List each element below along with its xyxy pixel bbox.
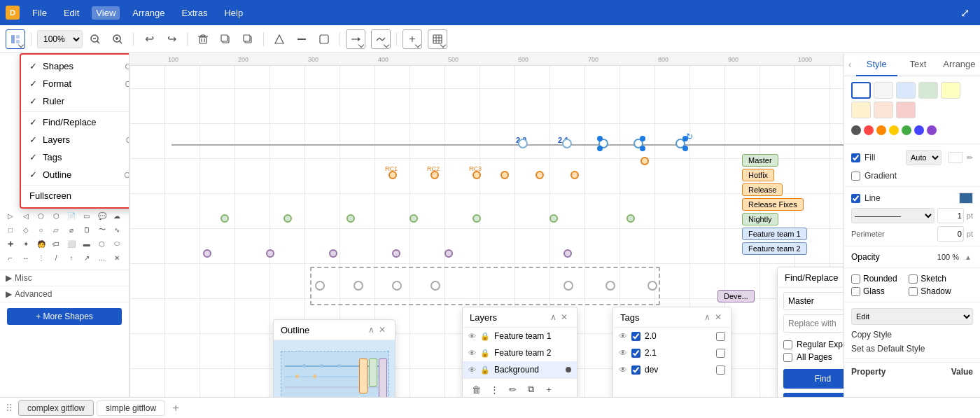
zoom-select[interactable]: 100% 75% 150% bbox=[37, 30, 83, 48]
tab-text[interactable]: Text bbox=[897, 53, 939, 76]
line-checkbox[interactable] bbox=[851, 194, 860, 203]
layer-lock-2[interactable]: 🔒 bbox=[480, 349, 490, 358]
rounded-checkbox[interactable] bbox=[851, 274, 860, 284]
menu-file[interactable]: File bbox=[28, 6, 51, 20]
shape-note[interactable]: 🗒 bbox=[80, 223, 93, 236]
replace-button[interactable]: Replace bbox=[783, 393, 844, 397]
opacity-increment[interactable]: ▲ bbox=[963, 252, 973, 262]
shape-doc[interactable]: 📄 bbox=[65, 209, 78, 222]
zoom-in-button[interactable] bbox=[108, 29, 127, 49]
outline-panel-header[interactable]: Outline ∧ ✕ bbox=[274, 320, 395, 340]
shape-wave[interactable]: 〜 bbox=[96, 223, 108, 236]
layers-copy-btn[interactable]: ⧉ bbox=[523, 382, 538, 397]
edit-select[interactable]: Edit bbox=[851, 308, 973, 325]
shape-cross[interactable]: ✕ bbox=[111, 251, 123, 264]
swatch-lightblue[interactable] bbox=[896, 82, 916, 99]
view-menu-outline[interactable]: ✓ Outline Cmd+Shift+O bbox=[21, 166, 130, 183]
fill-type-select[interactable]: Auto Solid bbox=[906, 150, 941, 165]
shape-rect[interactable]: □ bbox=[4, 223, 17, 236]
tag-extra-check-1[interactable] bbox=[716, 332, 725, 341]
shape-measure[interactable]: ↔ bbox=[20, 251, 32, 264]
tag-extra-check-3[interactable] bbox=[716, 365, 725, 375]
fr-allpages-check[interactable] bbox=[783, 353, 792, 362]
cswatch-green[interactable] bbox=[902, 125, 911, 135]
tag-eye-2[interactable]: 👁 bbox=[619, 348, 627, 358]
cswatch-yellow[interactable] bbox=[889, 125, 899, 135]
canvas-area[interactable]: 100 200 300 400 500 600 700 800 900 1000… bbox=[130, 53, 844, 397]
shape-star[interactable]: ✦ bbox=[20, 237, 32, 250]
redo-button[interactable]: ↪ bbox=[162, 29, 181, 49]
tab-style[interactable]: Style bbox=[856, 53, 897, 76]
shape-oval[interactable]: ⬭ bbox=[111, 237, 123, 250]
menu-edit[interactable]: Edit bbox=[59, 6, 83, 20]
shape-plus[interactable]: ✚ bbox=[4, 237, 17, 250]
undo-button[interactable]: ↩ bbox=[139, 29, 159, 49]
view-menu-fullscreen[interactable]: Fullscreen bbox=[21, 187, 130, 204]
shape-arrow-up[interactable]: ↑ bbox=[65, 251, 78, 264]
shape-cloud[interactable]: ☁ bbox=[111, 209, 123, 222]
fr-regex-check[interactable] bbox=[783, 340, 792, 349]
find-button[interactable]: Find bbox=[783, 369, 844, 389]
layers-collapse-btn[interactable]: ∧ bbox=[547, 312, 559, 323]
swatch-lightyellow[interactable] bbox=[941, 82, 960, 99]
shape-style-button[interactable] bbox=[314, 29, 334, 49]
layers-more-btn[interactable]: ⋮ bbox=[486, 382, 502, 397]
tag-extra-check-2[interactable] bbox=[716, 349, 725, 358]
fill-color-button[interactable] bbox=[270, 29, 289, 49]
swatch-white[interactable] bbox=[851, 82, 871, 99]
fullscreen-button[interactable]: ⤢ bbox=[955, 3, 974, 22]
fill-edit-icon[interactable]: ✏ bbox=[967, 153, 973, 162]
set-default-style-item[interactable]: Set as Default Style bbox=[844, 342, 980, 356]
swatch-peach[interactable] bbox=[874, 102, 893, 118]
table-btn[interactable] bbox=[428, 29, 447, 49]
view-menu-format[interactable]: ✓ Format Cmd+Shift+P bbox=[21, 75, 130, 92]
tag-check-2[interactable] bbox=[631, 349, 640, 358]
line-pt-input[interactable] bbox=[937, 208, 964, 223]
view-menu-layers[interactable]: ✓ Layers Cmd+Shift+L bbox=[21, 131, 130, 148]
layer-eye-2[interactable]: 👁 bbox=[468, 349, 476, 357]
shape-parallelogram[interactable]: ▱ bbox=[50, 223, 62, 236]
cswatch-purple[interactable] bbox=[927, 125, 937, 135]
layer-lock-3[interactable]: 🔒 bbox=[480, 365, 490, 375]
more-shapes-button[interactable]: + More Shapes bbox=[7, 308, 122, 325]
shape-trapezoid[interactable]: ⬡ bbox=[50, 209, 62, 222]
shape-cylinder[interactable]: ⌀ bbox=[65, 223, 78, 236]
swatch-yellow[interactable] bbox=[851, 102, 871, 118]
shape-arrow-right[interactable]: ▷ bbox=[4, 209, 17, 222]
duplicate-button[interactable] bbox=[216, 29, 235, 49]
tab-complex-gitflow[interactable]: complex gitflow bbox=[18, 400, 94, 416]
swatch-pink[interactable] bbox=[896, 102, 916, 118]
menu-help[interactable]: Help bbox=[220, 6, 247, 20]
gradient-checkbox[interactable] bbox=[851, 172, 860, 181]
shadow-checkbox[interactable] bbox=[909, 287, 918, 296]
shape-circle[interactable]: ○ bbox=[35, 223, 48, 236]
misc-section[interactable]: ▶ Misc bbox=[0, 270, 129, 286]
glass-checkbox[interactable] bbox=[851, 287, 860, 296]
tag-check-3[interactable] bbox=[631, 365, 640, 375]
layer-background[interactable]: 👁 🔒 Background bbox=[463, 361, 577, 378]
tag-eye-3[interactable]: 👁 bbox=[619, 365, 627, 375]
tag-eye-1[interactable]: 👁 bbox=[619, 331, 627, 341]
waypoint-btn[interactable] bbox=[371, 29, 391, 49]
view-menu-findreplace[interactable]: ✓ Find/Replace Cmd+F bbox=[21, 113, 130, 131]
shape-rounded-rect[interactable]: ▭ bbox=[80, 209, 93, 222]
zoom-out-button[interactable] bbox=[85, 29, 105, 49]
shape-diamond[interactable]: ◇ bbox=[20, 223, 32, 236]
shape-arrow-left[interactable]: ◁ bbox=[20, 209, 32, 222]
connection-btn[interactable] bbox=[346, 29, 365, 49]
shape-callout[interactable]: 💬 bbox=[96, 209, 108, 222]
copy-style-item[interactable]: Copy Style bbox=[844, 328, 980, 342]
tags-close-btn[interactable]: ✕ bbox=[713, 312, 724, 323]
insert-btn[interactable]: + bbox=[402, 29, 422, 49]
layer-eye-3[interactable]: 👁 bbox=[468, 365, 476, 374]
shape-small-rect[interactable]: ▬ bbox=[80, 237, 93, 250]
panels-toggle[interactable] bbox=[6, 29, 25, 49]
menu-arrange[interactable]: Arrange bbox=[128, 6, 169, 20]
swatch-lightgreen[interactable] bbox=[918, 82, 938, 99]
tags-collapse-btn[interactable]: ∧ bbox=[701, 312, 713, 323]
cswatch-orange[interactable] bbox=[876, 125, 886, 135]
menu-extras[interactable]: Extras bbox=[178, 6, 212, 20]
layer-lock-1[interactable]: 🔒 bbox=[480, 332, 490, 341]
menu-view[interactable]: View bbox=[92, 6, 120, 20]
shape-corner[interactable]: ⌐ bbox=[4, 251, 17, 264]
